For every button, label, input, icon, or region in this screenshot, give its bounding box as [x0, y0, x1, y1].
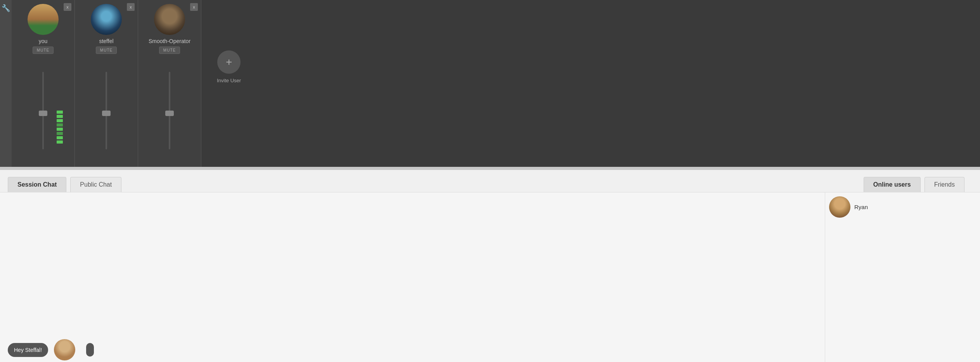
slider-handle-steffel[interactable] [102, 111, 111, 116]
chat-avatar [54, 339, 75, 360]
vu-bar-2 [57, 115, 63, 118]
tab-session-chat[interactable]: Session Chat [8, 177, 66, 192]
chat-tabs-row: Session Chat Public Chat Online users Fr… [0, 170, 980, 192]
invite-user-label: Invite User [217, 78, 241, 83]
volume-slider-steffel [75, 54, 138, 167]
main-area: Session Chat Public Chat Online users Fr… [0, 170, 980, 362]
mute-button-smooth[interactable]: MUTE [159, 47, 180, 54]
voice-user-card-steffel: x steffel MUTE [75, 0, 138, 167]
avatar-smooth [154, 4, 185, 35]
vu-bar-1 [57, 111, 63, 114]
online-user-name-ryan: Ryan [854, 204, 868, 210]
online-user-item-ryan: Ryan [829, 196, 976, 218]
vu-bar-3 [57, 119, 63, 122]
vu-bar-7 [57, 136, 63, 139]
vu-bar-4 [57, 123, 63, 126]
voice-users-container: x you MUTE [12, 0, 980, 167]
mic-icon [86, 343, 94, 357]
close-button-you[interactable]: x [64, 3, 71, 11]
vu-bar-8 [57, 140, 63, 144]
close-button-smooth[interactable]: x [190, 3, 198, 11]
section-separator [0, 167, 980, 170]
mute-button-you[interactable]: MUTE [33, 47, 54, 54]
vu-bar-6 [57, 132, 63, 135]
mute-button-steffel[interactable]: MUTE [96, 47, 117, 54]
slider-track-smooth [169, 72, 170, 149]
left-sidebar: 🔧 [0, 0, 12, 167]
tab-friends[interactable]: Friends [925, 177, 964, 192]
invite-user-area: + Invite User [201, 0, 241, 167]
vu-bar-5 [57, 128, 63, 131]
tab-public-chat[interactable]: Public Chat [70, 177, 121, 192]
invite-user-button[interactable]: + [217, 50, 241, 74]
close-button-steffel[interactable]: x [127, 3, 135, 11]
username-smooth: Smooth-Operator [149, 38, 190, 44]
volume-slider-smooth [138, 54, 201, 167]
volume-slider-you [12, 54, 74, 167]
chat-area: Hey Steffal! [0, 192, 825, 362]
wrench-icon: 🔧 [2, 4, 10, 12]
username-you: you [39, 38, 48, 44]
avatar-steffel [91, 4, 122, 35]
mic-icon-area [81, 339, 99, 360]
voice-section: 🔧 x you MUTE [0, 0, 980, 167]
bottom-content: Hey Steffal! Ryan [0, 192, 980, 362]
slider-handle-smooth[interactable] [165, 111, 174, 116]
chat-bubble: Hey Steffal! [8, 343, 48, 357]
left-tabs: Session Chat Public Chat [8, 177, 121, 192]
chat-preview: Hey Steffal! [8, 339, 817, 360]
avatar-you [28, 4, 59, 35]
right-sidebar: Ryan [825, 192, 980, 362]
tab-online-users[interactable]: Online users [864, 177, 921, 192]
slider-track-steffel [106, 72, 107, 149]
right-tabs: Online users Friends [864, 177, 964, 192]
slider-handle-you[interactable] [39, 111, 47, 116]
avatar-ryan [829, 196, 850, 218]
voice-user-card-you: x you MUTE [12, 0, 75, 167]
username-steffel: steffel [99, 38, 113, 44]
voice-user-card-smooth: x Smooth-Operator MUTE [138, 0, 201, 167]
vu-meter-you [57, 111, 63, 144]
slider-track-you [42, 72, 44, 149]
